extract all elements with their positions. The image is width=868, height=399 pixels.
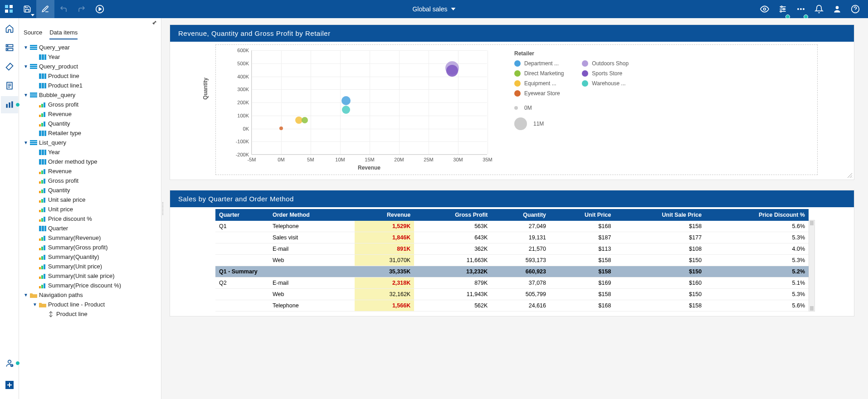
tree-item[interactable]: Summary(Revenue) <box>22 233 159 243</box>
legend-item[interactable]: Department ... <box>514 60 564 67</box>
table-header[interactable]: Order Method <box>269 209 355 221</box>
tree-item[interactable]: Quantity <box>22 119 159 128</box>
report-title[interactable]: Global sales <box>412 5 455 13</box>
tree-item[interactable]: Gross profit <box>22 176 159 185</box>
notifications-icon[interactable] <box>810 0 828 18</box>
table-row[interactable]: Web31,070K11,663K593,173$158$1505.3% <box>215 255 809 266</box>
table-header[interactable]: Revenue <box>355 209 414 221</box>
tree-item[interactable]: ▼Query_year <box>22 43 159 52</box>
table-row[interactable]: Web32,162K11,943K505,799$158$1505.3% <box>215 289 809 300</box>
pin-icon[interactable] <box>151 20 157 26</box>
tree-item[interactable]: ▼Navigation paths <box>22 290 159 300</box>
tree-twisty[interactable] <box>32 254 38 260</box>
legend-item[interactable]: Eyewear Store <box>514 90 564 97</box>
tree-item[interactable]: Product line <box>22 309 159 319</box>
table-scrollbar[interactable] <box>809 220 815 311</box>
rail-queries-icon[interactable] <box>1 96 18 113</box>
splitter-handle[interactable] <box>161 200 164 218</box>
tree-item[interactable]: Product line <box>22 71 159 81</box>
tree-twisty[interactable] <box>32 178 38 184</box>
tree-item[interactable]: ▼Product line - Product <box>22 300 159 309</box>
tree-item[interactable]: Summary(Unit price) <box>22 262 159 271</box>
tree-item[interactable]: Unit sale price <box>22 195 159 204</box>
tree-twisty[interactable] <box>32 244 38 251</box>
chart-body[interactable]: Quantity 600K500K400K300K200K100K0K-100K… <box>170 42 854 180</box>
tree-item[interactable]: Product line1 <box>22 81 159 90</box>
tree-twisty[interactable] <box>32 263 38 270</box>
table-header[interactable]: Unit Sale Price <box>614 209 705 221</box>
chart-bubble[interactable] <box>446 65 458 77</box>
table-header[interactable]: Unit Price <box>550 209 614 221</box>
redo-button[interactable] <box>73 0 91 18</box>
tab-data-items[interactable]: Data items <box>49 29 78 39</box>
rail-toolbox-icon[interactable] <box>1 58 18 75</box>
tree-twisty[interactable]: ▼ <box>32 302 38 308</box>
undo-button[interactable] <box>54 0 73 18</box>
tree-twisty[interactable] <box>32 216 38 222</box>
user-icon[interactable] <box>828 0 846 18</box>
app-launcher-icon[interactable] <box>0 0 18 18</box>
tree-item[interactable]: Quantity <box>22 185 159 195</box>
chart-bubble[interactable] <box>279 127 283 130</box>
tree-twisty[interactable]: ▼ <box>23 63 29 70</box>
table-row[interactable]: Q1Telephone1,529K563K27,049$168$1585.6% <box>215 221 809 232</box>
tree-twisty[interactable] <box>32 149 38 156</box>
tree-twisty[interactable] <box>32 54 38 60</box>
tab-source[interactable]: Source <box>24 29 42 39</box>
table-row[interactable]: Q2E-mail2,318K879K37,078$169$1605.1% <box>215 277 809 289</box>
tree-item[interactable]: ▼Bubble_query <box>22 90 159 100</box>
tree-twisty[interactable] <box>32 282 38 289</box>
tree-item[interactable]: Summary(Quantity) <box>22 252 159 262</box>
table-header[interactable]: Gross Profit <box>414 209 491 221</box>
legend-item[interactable]: Sports Store <box>582 70 629 77</box>
tree-twisty[interactable] <box>32 197 38 203</box>
table-row[interactable]: E-mail891K362K21,570$113$1084.0% <box>215 243 809 255</box>
tree-twisty[interactable]: ▼ <box>23 92 29 98</box>
chart-bubble[interactable] <box>302 117 308 123</box>
legend-item[interactable]: Direct Marketing <box>514 70 564 77</box>
tree-twisty[interactable] <box>32 83 38 89</box>
tree-twisty[interactable]: ▼ <box>23 44 29 51</box>
legend-item[interactable]: Outdoors Shop <box>582 60 629 67</box>
table-row[interactable]: Sales visit1,846K643K19,131$187$1775.3% <box>215 232 809 243</box>
edit-button[interactable] <box>36 0 54 18</box>
help-icon[interactable] <box>846 0 864 18</box>
tree-twisty[interactable] <box>32 121 38 127</box>
tree-twisty[interactable] <box>32 273 38 279</box>
table-row[interactable]: Q1 - Summary35,335K13,232K660,923$158$15… <box>215 266 809 277</box>
chart-bubble[interactable] <box>341 96 351 105</box>
rail-data-icon[interactable] <box>1 39 18 56</box>
tree-item[interactable]: Retailer type <box>22 128 159 138</box>
tree-item[interactable]: Revenue <box>22 166 159 176</box>
tree-item[interactable]: Quarter <box>22 224 159 233</box>
tree-twisty[interactable] <box>32 187 38 194</box>
tree-twisty[interactable]: ▼ <box>23 292 29 298</box>
filter-settings-icon[interactable] <box>774 0 792 18</box>
more-icon[interactable] <box>792 0 810 18</box>
sales-table[interactable]: QuarterOrder MethodRevenueGross ProfitQu… <box>215 209 809 311</box>
table-header[interactable]: Quantity <box>491 209 550 221</box>
tree-item[interactable]: Gross profit <box>22 100 159 109</box>
tree-item[interactable]: Price discount % <box>22 214 159 224</box>
tree-item[interactable]: Summary(Unit sale price) <box>22 271 159 281</box>
tree-twisty[interactable] <box>32 102 38 108</box>
tree-twisty[interactable] <box>32 235 38 241</box>
tree-twisty[interactable] <box>32 168 38 175</box>
tree-twisty[interactable] <box>40 311 46 317</box>
tree-twisty[interactable] <box>32 206 38 213</box>
table-header[interactable]: Price Discount % <box>705 209 809 221</box>
tree-item[interactable]: Revenue <box>22 109 159 119</box>
save-button[interactable] <box>18 0 36 18</box>
tree-item[interactable]: Summary(Price discount %) <box>22 281 159 290</box>
rail-add-icon[interactable] <box>1 376 18 394</box>
tree-twisty[interactable] <box>32 73 38 79</box>
resize-handle-icon[interactable] <box>847 172 853 179</box>
legend-item[interactable]: Equipment ... <box>514 80 564 87</box>
preview-icon[interactable] <box>756 0 774 18</box>
run-button[interactable] <box>91 0 109 18</box>
tree-item[interactable]: ▼Query_product <box>22 62 159 71</box>
tree-twisty[interactable] <box>32 130 38 136</box>
tree-twisty[interactable] <box>32 225 38 232</box>
table-row[interactable]: Telephone1,566K562K24,616$168$1585.6% <box>215 300 809 311</box>
tree-twisty[interactable] <box>32 111 38 117</box>
